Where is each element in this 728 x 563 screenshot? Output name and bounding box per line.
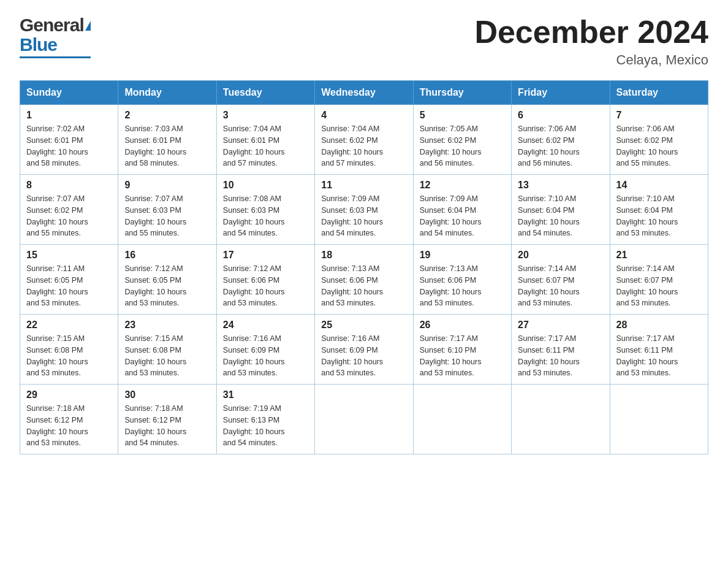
- day-info: Sunrise: 7:18 AMSunset: 6:12 PMDaylight:…: [26, 403, 112, 449]
- calendar-cell: 26 Sunrise: 7:17 AMSunset: 6:10 PMDaylig…: [413, 315, 511, 385]
- calendar-cell: 4 Sunrise: 7:04 AMSunset: 6:02 PMDayligh…: [315, 105, 413, 175]
- calendar-table: SundayMondayTuesdayWednesdayThursdayFrid…: [20, 80, 708, 454]
- day-number: 14: [616, 180, 702, 191]
- day-number: 4: [321, 110, 406, 121]
- calendar-cell: 11 Sunrise: 7:09 AMSunset: 6:03 PMDaylig…: [315, 175, 413, 245]
- calendar-cell: 1 Sunrise: 7:02 AMSunset: 6:01 PMDayligh…: [20, 105, 118, 175]
- day-info: Sunrise: 7:06 AMSunset: 6:02 PMDaylight:…: [616, 123, 702, 169]
- day-number: 3: [223, 110, 308, 121]
- day-number: 1: [26, 110, 112, 121]
- day-info: Sunrise: 7:04 AMSunset: 6:02 PMDaylight:…: [321, 123, 406, 169]
- day-info: Sunrise: 7:13 AMSunset: 6:06 PMDaylight:…: [420, 263, 505, 309]
- day-number: 20: [518, 250, 603, 261]
- day-info: Sunrise: 7:14 AMSunset: 6:07 PMDaylight:…: [616, 263, 702, 309]
- calendar-cell: 17 Sunrise: 7:12 AMSunset: 6:06 PMDaylig…: [216, 245, 314, 315]
- day-number: 17: [223, 250, 308, 261]
- calendar-cell: 28 Sunrise: 7:17 AMSunset: 6:11 PMDaylig…: [610, 315, 708, 385]
- calendar-cell: 14 Sunrise: 7:10 AMSunset: 6:04 PMDaylig…: [610, 175, 708, 245]
- day-info: Sunrise: 7:19 AMSunset: 6:13 PMDaylight:…: [223, 403, 308, 449]
- logo-blue-text: Blue: [20, 34, 57, 55]
- day-info: Sunrise: 7:15 AMSunset: 6:08 PMDaylight:…: [124, 333, 210, 379]
- day-info: Sunrise: 7:07 AMSunset: 6:03 PMDaylight:…: [124, 193, 210, 239]
- calendar-cell: 13 Sunrise: 7:10 AMSunset: 6:04 PMDaylig…: [512, 175, 610, 245]
- day-info: Sunrise: 7:08 AMSunset: 6:03 PMDaylight:…: [223, 193, 308, 239]
- logo-triangle-icon: [85, 21, 91, 31]
- calendar-cell: 19 Sunrise: 7:13 AMSunset: 6:06 PMDaylig…: [413, 245, 511, 315]
- calendar-cell: 21 Sunrise: 7:14 AMSunset: 6:07 PMDaylig…: [610, 245, 708, 315]
- title-block: December 2024 Celaya, Mexico: [474, 15, 708, 68]
- weekday-header-thursday: Thursday: [413, 81, 511, 105]
- day-info: Sunrise: 7:05 AMSunset: 6:02 PMDaylight:…: [420, 123, 505, 169]
- calendar-cell: 10 Sunrise: 7:08 AMSunset: 6:03 PMDaylig…: [216, 175, 314, 245]
- calendar-cell: 22 Sunrise: 7:15 AMSunset: 6:08 PMDaylig…: [20, 315, 118, 385]
- logo: General Blue: [20, 15, 91, 58]
- weekday-header-friday: Friday: [512, 81, 610, 105]
- day-number: 26: [420, 320, 505, 331]
- weekday-header-wednesday: Wednesday: [315, 81, 413, 105]
- weekday-header-tuesday: Tuesday: [216, 81, 314, 105]
- calendar-week-row: 22 Sunrise: 7:15 AMSunset: 6:08 PMDaylig…: [20, 315, 708, 385]
- day-number: 21: [616, 250, 702, 261]
- weekday-header-sunday: Sunday: [20, 81, 118, 105]
- day-number: 19: [420, 250, 505, 261]
- day-number: 9: [124, 180, 210, 191]
- day-info: Sunrise: 7:12 AMSunset: 6:05 PMDaylight:…: [124, 263, 210, 309]
- day-number: 28: [616, 320, 702, 331]
- page-header: General Blue December 2024 Celaya, Mexic…: [20, 15, 708, 68]
- calendar-cell: 9 Sunrise: 7:07 AMSunset: 6:03 PMDayligh…: [118, 175, 216, 245]
- day-info: Sunrise: 7:17 AMSunset: 6:11 PMDaylight:…: [616, 333, 702, 379]
- calendar-cell: 31 Sunrise: 7:19 AMSunset: 6:13 PMDaylig…: [216, 385, 314, 454]
- day-number: 18: [321, 250, 406, 261]
- day-info: Sunrise: 7:03 AMSunset: 6:01 PMDaylight:…: [124, 123, 210, 169]
- day-number: 10: [223, 180, 308, 191]
- location-text: Celaya, Mexico: [474, 52, 708, 68]
- calendar-cell: 30 Sunrise: 7:18 AMSunset: 6:12 PMDaylig…: [118, 385, 216, 454]
- calendar-cell: [610, 385, 708, 454]
- day-number: 12: [420, 180, 505, 191]
- calendar-cell: [413, 385, 511, 454]
- day-number: 8: [26, 180, 112, 191]
- calendar-cell: 12 Sunrise: 7:09 AMSunset: 6:04 PMDaylig…: [413, 175, 511, 245]
- day-info: Sunrise: 7:16 AMSunset: 6:09 PMDaylight:…: [321, 333, 406, 379]
- logo-underline: [20, 56, 91, 58]
- calendar-cell: 20 Sunrise: 7:14 AMSunset: 6:07 PMDaylig…: [512, 245, 610, 315]
- day-number: 6: [518, 110, 603, 121]
- calendar-cell: 15 Sunrise: 7:11 AMSunset: 6:05 PMDaylig…: [20, 245, 118, 315]
- calendar-cell: 8 Sunrise: 7:07 AMSunset: 6:02 PMDayligh…: [20, 175, 118, 245]
- day-number: 29: [26, 389, 112, 400]
- day-info: Sunrise: 7:12 AMSunset: 6:06 PMDaylight:…: [223, 263, 308, 309]
- day-number: 23: [124, 320, 210, 331]
- calendar-cell: [315, 385, 413, 454]
- calendar-week-row: 29 Sunrise: 7:18 AMSunset: 6:12 PMDaylig…: [20, 385, 708, 454]
- weekday-header-monday: Monday: [118, 81, 216, 105]
- calendar-cell: 2 Sunrise: 7:03 AMSunset: 6:01 PMDayligh…: [118, 105, 216, 175]
- calendar-cell: 27 Sunrise: 7:17 AMSunset: 6:11 PMDaylig…: [512, 315, 610, 385]
- calendar-week-row: 15 Sunrise: 7:11 AMSunset: 6:05 PMDaylig…: [20, 245, 708, 315]
- calendar-cell: 6 Sunrise: 7:06 AMSunset: 6:02 PMDayligh…: [512, 105, 610, 175]
- month-title: December 2024: [474, 15, 708, 50]
- calendar-cell: 7 Sunrise: 7:06 AMSunset: 6:02 PMDayligh…: [610, 105, 708, 175]
- calendar-cell: 24 Sunrise: 7:16 AMSunset: 6:09 PMDaylig…: [216, 315, 314, 385]
- day-number: 22: [26, 320, 112, 331]
- day-info: Sunrise: 7:18 AMSunset: 6:12 PMDaylight:…: [124, 403, 210, 449]
- calendar-week-row: 8 Sunrise: 7:07 AMSunset: 6:02 PMDayligh…: [20, 175, 708, 245]
- day-number: 11: [321, 180, 406, 191]
- day-number: 31: [223, 389, 308, 400]
- day-info: Sunrise: 7:10 AMSunset: 6:04 PMDaylight:…: [616, 193, 702, 239]
- day-info: Sunrise: 7:17 AMSunset: 6:10 PMDaylight:…: [420, 333, 505, 379]
- calendar-cell: [512, 385, 610, 454]
- weekday-header-saturday: Saturday: [610, 81, 708, 105]
- calendar-cell: 23 Sunrise: 7:15 AMSunset: 6:08 PMDaylig…: [118, 315, 216, 385]
- day-info: Sunrise: 7:02 AMSunset: 6:01 PMDaylight:…: [26, 123, 112, 169]
- day-info: Sunrise: 7:15 AMSunset: 6:08 PMDaylight:…: [26, 333, 112, 379]
- calendar-cell: 25 Sunrise: 7:16 AMSunset: 6:09 PMDaylig…: [315, 315, 413, 385]
- day-info: Sunrise: 7:09 AMSunset: 6:04 PMDaylight:…: [420, 193, 505, 239]
- day-number: 7: [616, 110, 702, 121]
- day-number: 2: [124, 110, 210, 121]
- day-info: Sunrise: 7:11 AMSunset: 6:05 PMDaylight:…: [26, 263, 112, 309]
- day-number: 24: [223, 320, 308, 331]
- calendar-cell: 5 Sunrise: 7:05 AMSunset: 6:02 PMDayligh…: [413, 105, 511, 175]
- day-info: Sunrise: 7:14 AMSunset: 6:07 PMDaylight:…: [518, 263, 603, 309]
- day-number: 15: [26, 250, 112, 261]
- day-number: 30: [124, 389, 210, 400]
